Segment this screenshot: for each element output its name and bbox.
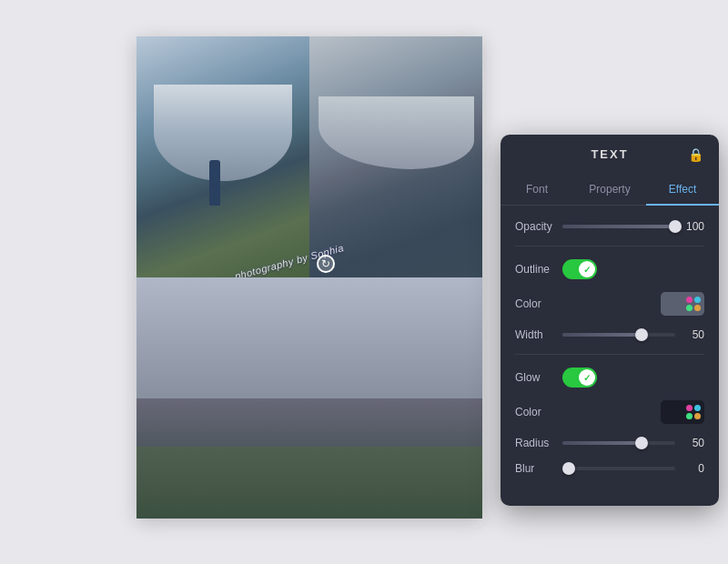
glow-color-label: Color (515, 406, 562, 418)
outline-color-row: Color (515, 292, 704, 316)
radius-value: 50 (682, 437, 704, 449)
glow-color-row: Color (515, 400, 704, 424)
person-silhouette (209, 160, 220, 206)
text-panel: TEXT 🔒 Font Property Effect Opacity 100 … (500, 135, 719, 506)
divider-2 (515, 354, 704, 355)
blur-value: 0 (682, 462, 704, 475)
opacity-thumb[interactable] (669, 220, 682, 233)
glow-toggle-thumb (579, 369, 595, 386)
radius-row: Radius 50 (515, 437, 704, 449)
color-dot-green (686, 305, 693, 311)
outline-color-label: Color (515, 297, 562, 310)
width-slider[interactable] (562, 333, 675, 337)
rotate-handle[interactable] (317, 255, 335, 273)
outline-toggle-thumb (579, 261, 595, 277)
opacity-value: 100 (682, 220, 704, 233)
blur-row: Blur 0 (515, 462, 704, 475)
radius-label: Radius (515, 437, 562, 449)
radius-fill (562, 441, 642, 445)
blur-slider[interactable] (562, 467, 675, 470)
glow-dot-green (686, 413, 693, 419)
tab-effect[interactable]: Effect (646, 174, 719, 205)
canvas-area: photography by Sophia (136, 36, 482, 519)
color-dot-cyan (694, 297, 701, 303)
glow-label: Glow (515, 371, 562, 384)
glow-dot-cyan (694, 405, 701, 411)
panel-body: Opacity 100 Outline Color (500, 220, 719, 475)
photo-top-right (309, 36, 482, 277)
width-row: Width 50 (515, 328, 704, 341)
blur-label: Blur (515, 462, 562, 475)
glow-dot-yellow (694, 413, 701, 419)
blur-thumb[interactable] (562, 462, 575, 475)
outline-label: Outline (515, 263, 562, 276)
opacity-row: Opacity 100 (515, 220, 704, 233)
glow-dot-pink (686, 405, 693, 411)
opacity-label: Opacity (515, 220, 562, 233)
outline-color-dots (686, 297, 701, 311)
glow-row: Glow (515, 368, 704, 388)
opacity-fill (562, 225, 675, 228)
color-dot-pink (686, 297, 693, 303)
opacity-slider[interactable] (562, 225, 675, 228)
divider-1 (515, 246, 704, 247)
width-fill (562, 333, 642, 337)
photo-top-row (136, 36, 482, 277)
radius-slider[interactable] (562, 441, 675, 445)
outline-color-swatch[interactable] (661, 292, 704, 316)
width-label: Width (515, 328, 562, 341)
tab-font[interactable]: Font (500, 174, 573, 205)
outline-row: Outline (515, 259, 704, 279)
lock-icon[interactable]: 🔒 (686, 146, 704, 164)
radius-thumb[interactable] (635, 437, 648, 449)
photo-top-left (136, 36, 309, 277)
tabs: Font Property Effect (500, 174, 719, 206)
panel-header: TEXT 🔒 (500, 135, 719, 174)
width-thumb[interactable] (635, 328, 648, 341)
tab-property[interactable]: Property (573, 174, 646, 205)
width-value: 50 (682, 328, 704, 341)
panel-title: TEXT (591, 147, 628, 161)
glow-color-dots (686, 405, 701, 419)
glow-toggle[interactable] (562, 368, 597, 388)
glow-color-swatch[interactable] (661, 400, 704, 424)
color-dot-yellow (694, 305, 701, 311)
outline-toggle[interactable] (562, 259, 597, 279)
photo-bottom (136, 277, 482, 519)
